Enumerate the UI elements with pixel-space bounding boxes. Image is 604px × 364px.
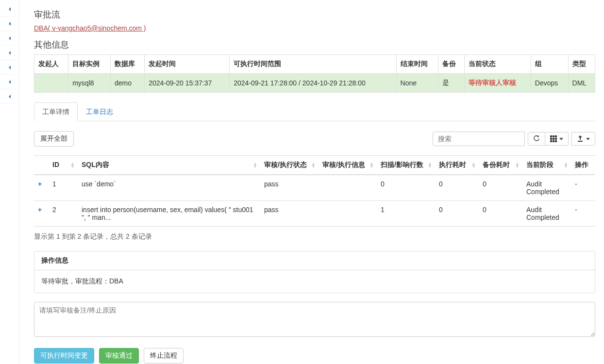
cell-stage: Audit Completed [522, 175, 571, 201]
approve-button[interactable]: 审核通过 [99, 348, 139, 364]
td-target-instance: mysql8 [68, 74, 111, 93]
cell-stage: Audit Completed [522, 201, 571, 227]
svg-rect-9 [578, 141, 583, 142]
change-exec-time-button[interactable]: 可执行时间变更 [34, 348, 94, 364]
th-sql[interactable]: SQL内容▲▼ [78, 156, 260, 175]
th-review-info[interactable]: 审核/执行信息▲▼ [319, 156, 377, 175]
th-exec-time[interactable]: 执行耗时▲▼ [435, 156, 479, 175]
th-action: 操作 [571, 156, 595, 175]
sidebar-collapse-5[interactable] [0, 60, 19, 75]
grid-icon [550, 135, 557, 142]
expand-row-icon[interactable]: + [34, 175, 49, 201]
th-id[interactable]: ID▲▼ [49, 156, 78, 175]
svg-rect-0 [550, 135, 552, 137]
th-current-status: 当前状态 [465, 55, 531, 74]
th-group: 组 [531, 55, 568, 74]
table-row: + 1 use `demo` pass 0 0 0 Audit Complete… [34, 175, 595, 201]
th-target-instance: 目标实例 [68, 55, 111, 74]
svg-rect-5 [555, 138, 557, 140]
cell-sql: insert into person(username, sex, email)… [78, 201, 260, 227]
sidebar-collapse-4[interactable] [0, 46, 19, 60]
td-database: demo [111, 74, 145, 93]
cell-review-info [319, 175, 377, 201]
cell-id: 1 [49, 175, 78, 201]
expand-row-icon[interactable]: + [34, 201, 49, 227]
expand-all-button[interactable]: 展开全部 [34, 131, 74, 147]
cell-review-info [319, 201, 377, 227]
th-backup-time[interactable]: 备份耗时▲▼ [479, 156, 522, 175]
sidebar [0, 0, 19, 364]
sidebar-collapse-2[interactable] [0, 17, 19, 31]
th-backup: 备份 [438, 55, 465, 74]
cell-exec-time: 0 [435, 175, 479, 201]
operation-info-title: 操作信息 [34, 251, 595, 270]
tabs: 工单详情 工单日志 [34, 102, 595, 121]
cell-exec-time: 0 [435, 201, 479, 227]
cell-backup-time: 0 [479, 201, 522, 227]
records-info: 显示第 1 到第 2 条记录，总共 2 条记录 [34, 232, 595, 241]
sidebar-collapse-3[interactable] [0, 31, 19, 46]
other-info-heading: 其他信息 [34, 39, 595, 50]
svg-rect-4 [553, 138, 554, 140]
columns-button[interactable] [545, 132, 569, 146]
operation-info-body: 等待审批，审批流程：DBA [34, 270, 595, 293]
td-initiator [34, 74, 68, 93]
table-row: + 2 insert into person(username, sex, em… [34, 201, 595, 227]
action-buttons: 可执行时间变更 审核通过 终止流程 [34, 348, 595, 364]
cell-id: 2 [49, 201, 78, 227]
td-type: DML [568, 74, 595, 93]
td-exec-time-range: 2024-09-21 17:28:00 / 2024-10-29 21:28:0… [230, 74, 396, 93]
sql-table: ID▲▼ SQL内容▲▼ 审核/执行状态▲▼ 审核/执行信息▲▼ 扫描/影响行数… [34, 155, 595, 227]
export-icon [577, 135, 584, 142]
th-affected-rows[interactable]: 扫描/影响行数▲▼ [377, 156, 435, 175]
tab-detail[interactable]: 工单详情 [34, 102, 78, 121]
cell-backup-time: 0 [479, 175, 522, 201]
export-button[interactable] [571, 132, 595, 146]
th-end-time: 结束时间 [396, 55, 438, 74]
chevron-down-icon [559, 138, 563, 140]
td-initiate-time: 2024-09-20 15:37:37 [145, 74, 230, 93]
cell-review-status: pass [260, 201, 319, 227]
chevron-down-icon [586, 138, 590, 140]
info-table: 发起人 目标实例 数据库 发起时间 可执行时间范围 结束时间 备份 当前状态 组… [34, 54, 595, 93]
sidebar-collapse-1[interactable] [0, 2, 19, 17]
dba-link[interactable]: DBA( v-yangchao5@sinochem.com ) [34, 24, 146, 32]
th-initiator: 发起人 [34, 55, 68, 74]
cell-review-status: pass [260, 175, 319, 201]
svg-rect-6 [550, 140, 552, 142]
operation-info-panel: 操作信息 等待审批，审批流程：DBA [34, 251, 595, 293]
search-input[interactable] [433, 132, 525, 146]
th-stage[interactable]: 当前阶段▲▼ [522, 156, 571, 175]
th-review-status[interactable]: 审核/执行状态▲▼ [260, 156, 319, 175]
cell-affected-rows: 1 [377, 201, 435, 227]
th-exec-time-range: 可执行时间范围 [230, 55, 396, 74]
cell-sql: use `demo` [78, 175, 260, 201]
th-type: 类型 [568, 55, 595, 74]
main-content: 审批流 DBA( v-yangchao5@sinochem.com ) 其他信息… [19, 0, 602, 364]
td-backup: 是 [438, 74, 465, 93]
approval-flow-heading: 审批流 [34, 9, 595, 20]
th-expand [34, 156, 49, 175]
td-end-time: None [396, 74, 438, 93]
terminate-button[interactable]: 终止流程 [144, 348, 184, 364]
svg-rect-8 [555, 140, 557, 142]
remark-textarea[interactable] [34, 302, 595, 337]
refresh-button[interactable] [528, 132, 545, 146]
refresh-icon [533, 135, 540, 142]
svg-rect-7 [553, 140, 554, 142]
th-database: 数据库 [111, 55, 145, 74]
cell-affected-rows: 0 [377, 175, 435, 201]
cell-action: - [571, 201, 595, 227]
cell-action: - [571, 175, 595, 201]
svg-rect-3 [550, 138, 552, 140]
th-initiate-time: 发起时间 [145, 55, 230, 74]
toolbar: 展开全部 [34, 131, 595, 147]
td-group: Devops [531, 74, 568, 93]
tab-log[interactable]: 工单日志 [78, 102, 121, 121]
sidebar-collapse-7[interactable] [0, 89, 19, 104]
info-row: mysql8 demo 2024-09-20 15:37:37 2024-09-… [34, 74, 595, 93]
sidebar-collapse-6[interactable] [0, 75, 19, 89]
svg-rect-2 [555, 135, 557, 137]
svg-rect-1 [553, 135, 554, 137]
td-current-status: 等待审核人审核 [465, 74, 531, 93]
